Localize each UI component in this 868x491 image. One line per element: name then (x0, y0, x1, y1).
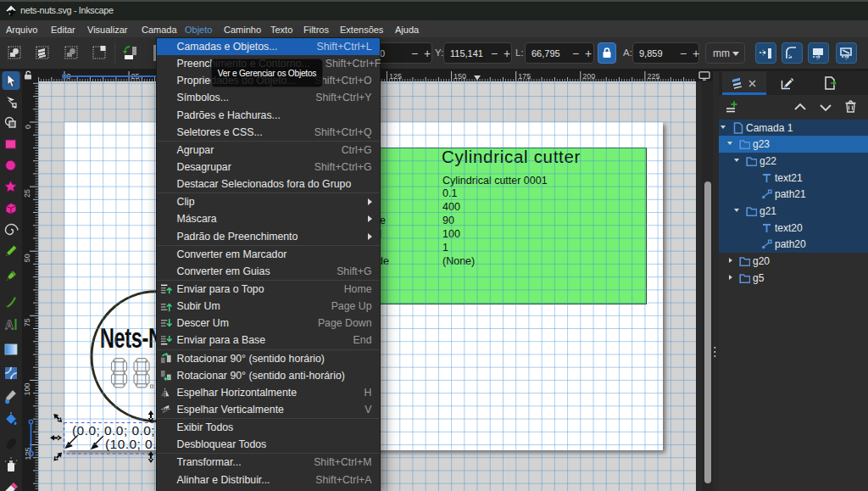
svg-text:225: 225 (647, 72, 659, 81)
svg-text:200: 200 (582, 72, 595, 81)
svg-text:75: 75 (24, 318, 32, 326)
svg-text:25: 25 (24, 189, 32, 198)
svg-text:100: 100 (24, 382, 32, 395)
svg-text:A: A (5, 318, 14, 332)
svg-text:50: 50 (24, 254, 32, 262)
svg-text:0: 0 (24, 125, 32, 129)
svg-text:125: 125 (389, 72, 402, 81)
svg-text:150: 150 (453, 72, 466, 81)
svg-text:175: 175 (518, 72, 531, 81)
